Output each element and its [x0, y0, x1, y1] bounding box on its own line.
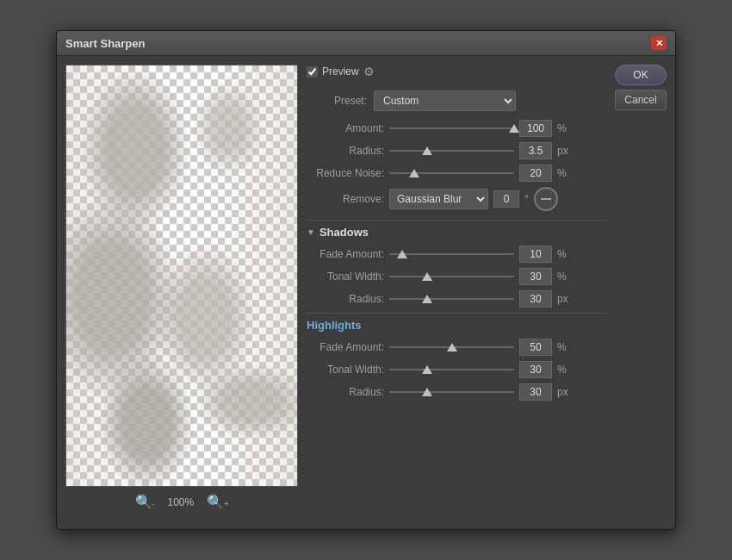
highlights-tonal-row: Tonal Width: % [307, 361, 606, 378]
angle-input[interactable] [493, 190, 519, 208]
shadows-title: Shadows [319, 226, 369, 239]
radius-slider-line [389, 150, 514, 152]
preset-label: Preset: [307, 95, 367, 107]
preview-zoom-controls: 🔍- 100% 🔍+ [131, 492, 233, 512]
highlights-radius-slider-thumb[interactable] [422, 388, 432, 396]
amount-slider-track[interactable] [389, 121, 514, 135]
highlights-fade-input[interactable] [519, 339, 552, 356]
left-top: Preview ⚙ Preset: Custom Default Sharpen… [307, 65, 606, 406]
noise-slider-thumb[interactable] [409, 169, 419, 177]
noise-slider-line [389, 172, 514, 174]
dialog-content: 🔍- 100% 🔍+ Preview ⚙ Preset: [57, 56, 675, 529]
radius-row: Radius: px [307, 142, 606, 159]
remove-row: Remove: Gaussian Blur Lens Blur Motion B… [307, 187, 606, 211]
shadows-radius-slider-track[interactable] [389, 292, 514, 306]
divider-2 [307, 313, 606, 314]
shadows-radius-input[interactable] [519, 290, 552, 308]
remove-select[interactable]: Gaussian Blur Lens Blur Motion Blur [389, 189, 488, 209]
action-buttons: OK Cancel [615, 65, 667, 110]
noise-slider-track[interactable] [389, 166, 514, 180]
highlights-title: Highlights [307, 319, 362, 332]
amount-unit: % [557, 122, 571, 134]
shadows-radius-label: Radius: [307, 293, 384, 305]
shadows-tonal-slider-track[interactable] [389, 270, 514, 283]
dial-arrow-indicator [541, 198, 551, 200]
preview-image[interactable] [65, 65, 298, 487]
zoom-level: 100% [168, 496, 195, 508]
shadows-radius-row: Radius: px [307, 290, 606, 308]
radius-unit: px [557, 145, 571, 157]
highlights-tonal-input[interactable] [519, 361, 552, 378]
highlights-section-header: Highlights [307, 319, 606, 332]
highlights-tonal-unit: % [557, 364, 571, 376]
preview-checkbox-row: Preview ⚙ [307, 65, 606, 78]
highlights-radius-slider-track[interactable] [389, 385, 514, 399]
highlights-radius-unit: px [557, 386, 571, 398]
shadows-fade-slider-line [389, 253, 514, 255]
ok-button[interactable]: OK [615, 65, 667, 85]
shadows-tonal-slider-line [389, 276, 514, 277]
shadows-fade-unit: % [557, 248, 571, 260]
radius-input[interactable] [519, 142, 552, 159]
settings-gear-button[interactable]: ⚙ [363, 65, 375, 78]
controls-panel: Preview ⚙ Preset: Custom Default Sharpen… [307, 65, 667, 520]
close-button[interactable]: ✕ [651, 36, 667, 50]
highlights-fade-slider-track[interactable] [389, 340, 514, 354]
radius-label: Radius: [307, 145, 384, 157]
highlights-radius-row: Radius: px [307, 383, 606, 401]
highlights-tonal-label: Tonal Width: [307, 364, 384, 376]
shadows-tonal-row: Tonal Width: % [307, 268, 606, 285]
angle-dial[interactable] [534, 187, 558, 211]
zoom-out-button[interactable]: 🔍- [131, 492, 159, 512]
highlights-tonal-slider-line [389, 369, 514, 370]
shadows-collapse-arrow[interactable]: ▼ [307, 227, 315, 237]
cancel-button[interactable]: Cancel [615, 90, 667, 110]
radius-slider-track[interactable] [389, 144, 514, 158]
smart-sharpen-dialog: Smart Sharpen ✕ 🔍- 100% 🔍+ Preview [56, 30, 676, 530]
highlights-radius-slider-line [389, 391, 514, 393]
noise-label: Reduce Noise: [307, 167, 384, 179]
shadows-tonal-input[interactable] [519, 268, 552, 285]
highlights-radius-input[interactable] [519, 383, 552, 401]
highlights-fade-slider-thumb[interactable] [447, 343, 457, 352]
amount-slider-thumb[interactable] [509, 124, 519, 133]
title-bar: Smart Sharpen ✕ [57, 31, 675, 56]
highlights-fade-unit: % [557, 341, 571, 353]
divider-1 [307, 220, 606, 221]
shadows-tonal-unit: % [557, 271, 571, 283]
shadows-tonal-slider-thumb[interactable] [422, 272, 432, 281]
remove-label: Remove: [307, 193, 384, 205]
highlights-radius-label: Radius: [307, 386, 384, 398]
highlights-fade-row: Fade Amount: % [307, 339, 606, 356]
preview-overlay [66, 65, 297, 486]
noise-row: Reduce Noise: % [307, 165, 606, 182]
radius-slider-thumb[interactable] [422, 146, 432, 155]
amount-label: Amount: [307, 122, 384, 134]
shadows-radius-slider-line [389, 298, 514, 300]
highlights-tonal-slider-thumb[interactable] [422, 365, 432, 374]
shadows-section-header: ▼ Shadows [307, 226, 606, 239]
top-header-row: Preview ⚙ Preset: Custom Default Sharpen… [307, 65, 667, 406]
amount-row: Amount: % [307, 120, 606, 137]
shadows-fade-slider-track[interactable] [389, 247, 514, 261]
amount-input[interactable] [519, 120, 552, 137]
noise-input[interactable] [519, 165, 552, 182]
shadows-radius-slider-thumb[interactable] [422, 295, 432, 303]
noise-unit: % [557, 167, 571, 179]
shadows-fade-slider-thumb[interactable] [397, 250, 407, 258]
amount-slider-line [389, 128, 514, 129]
shadows-radius-unit: px [557, 293, 571, 305]
preview-checkbox[interactable] [307, 66, 318, 78]
zoom-in-button[interactable]: 🔍+ [202, 492, 233, 512]
highlights-tonal-slider-track[interactable] [389, 363, 514, 376]
angle-symbol: ° [524, 193, 529, 205]
dialog-title: Smart Sharpen [65, 37, 145, 50]
preset-row: Preset: Custom Default Sharpen Edges [307, 90, 606, 111]
shadows-tonal-label: Tonal Width: [307, 271, 384, 283]
preview-panel: 🔍- 100% 🔍+ [65, 65, 298, 520]
highlights-fade-label: Fade Amount: [307, 341, 384, 353]
shadows-fade-input[interactable] [519, 246, 552, 263]
preset-select[interactable]: Custom Default Sharpen Edges [374, 90, 516, 111]
highlights-fade-slider-line [389, 346, 514, 348]
preview-label: Preview [322, 65, 359, 78]
